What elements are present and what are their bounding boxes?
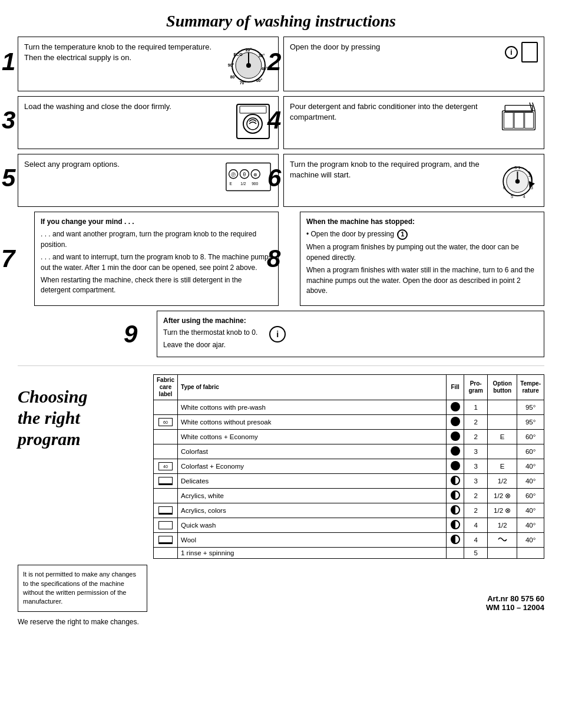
cell-temp: 40°: [517, 503, 544, 518]
cell-fill: [447, 444, 464, 459]
bottom-section: It is not permitted to make any changes …: [18, 565, 544, 612]
step-6-box: 6 Turn the program knob to the required …: [283, 154, 544, 207]
cell-care: [154, 503, 178, 518]
cell-option: [488, 415, 517, 430]
svg-point-11: [246, 63, 251, 68]
door-button-icon: i: [505, 46, 518, 59]
svg-text:3: 3: [531, 185, 533, 190]
table-header-row: Fabric care label Type of fabric Fill Pr…: [154, 375, 544, 400]
step-8-line-2: When a program finishes by pumping out t…: [306, 242, 538, 263]
detergent-drawer-icon: [500, 101, 538, 134]
cell-fill: [447, 503, 464, 518]
step-6-text: Turn the program knob to the required pr…: [290, 159, 492, 180]
cell-program: 2: [464, 503, 488, 518]
col-header-fill: Fill: [447, 375, 464, 400]
cell-temp: 60°: [517, 444, 544, 459]
step-9-spacer: [18, 311, 135, 357]
footer-text: We reserve the right to make changes.: [18, 618, 544, 626]
step-9-line-2: Leave the door ajar.: [163, 340, 257, 350]
cell-care: 60: [154, 415, 178, 430]
step-1-text: Turn the temperature knob to the require…: [24, 42, 220, 63]
cell-type: Quick wash: [178, 518, 447, 533]
steps-78-grid: 7 If you change your mind . . . . . . an…: [18, 212, 544, 306]
table-row: 1 rinse + spinning 5: [154, 548, 544, 559]
table-row: White cottons with pre-wash 1 95°: [154, 400, 544, 415]
cell-temp: 40°: [517, 533, 544, 548]
step-1-number: 1: [2, 50, 15, 74]
cell-fill: [447, 415, 464, 430]
cell-option: 1/2 ⊗: [488, 503, 517, 518]
notice-box: It is not permitted to make any changes …: [18, 565, 147, 612]
step-9-icon: i: [269, 326, 286, 342]
svg-rect-18: [514, 113, 524, 129]
cell-program: 2: [464, 489, 488, 503]
step-4-number: 4: [267, 108, 281, 133]
step-8-number: 8: [267, 246, 280, 271]
cell-option: [488, 533, 517, 548]
step-7-box: If you change your mind . . . . . . and …: [34, 212, 279, 306]
step-2-text: Open the door by pressing: [290, 42, 500, 52]
svg-text:5: 5: [511, 194, 513, 199]
cell-option: E: [488, 459, 517, 474]
table-row: 60 White cottons without presoak 2 95°: [154, 415, 544, 430]
cell-option: E: [488, 430, 517, 444]
step-4-illustration: [500, 101, 538, 134]
col-header-program: Pro-gram: [464, 375, 488, 400]
col-header-option: Option button: [488, 375, 517, 400]
cell-type: Acrylics, colors: [178, 503, 447, 518]
cell-fill: [447, 518, 464, 533]
cell-type: White cottons + Economy: [178, 430, 447, 444]
table-row: Acrylics, white 2 1/2 ⊗ 60°: [154, 489, 544, 503]
step-8-box: When the machine has stopped: • Open the…: [300, 212, 544, 306]
cell-temp: 40°: [517, 518, 544, 533]
step-9-grid: 9 After using the machine: Turn the ther…: [18, 311, 544, 357]
cell-temp: 60°: [517, 489, 544, 503]
cell-care: 40: [154, 459, 178, 474]
svg-text:20°: 20°: [246, 48, 252, 52]
cell-program: 2: [464, 430, 488, 444]
choosing-title: Choosingthe rightprogram: [18, 374, 147, 559]
table-row: Acrylics, colors 2 1/2 ⊗ 40°: [154, 503, 544, 518]
cell-temp: 40°: [517, 459, 544, 474]
step-7-wrapper: 7 If you change your mind . . . . . . an…: [18, 212, 279, 306]
svg-text:ⓟ: ⓟ: [231, 172, 236, 177]
cell-temp: 95°: [517, 400, 544, 415]
step-3-content: Load the washing and close the door firm…: [24, 101, 229, 112]
cell-care: [154, 533, 178, 548]
step-5-box: 5 Select any program options. ⓟ θ ⊗ E 1/…: [18, 154, 279, 207]
cell-fill: [447, 474, 464, 489]
step-4-box: 4 Pour detergent and fabric conditioner …: [283, 96, 544, 149]
care-label-wool: [158, 536, 173, 544]
table-row: 40 Colorfast + Economy 3 E 40°: [154, 459, 544, 474]
model-number: WM 110 – 12004: [486, 603, 544, 612]
cell-program: 3: [464, 444, 488, 459]
step-3-illustration: [234, 101, 272, 140]
step-9-wrapper: 9 After using the machine: Turn the ther…: [140, 311, 544, 357]
step-9-number: 9: [124, 320, 137, 348]
step-3-text: Load the washing and close the door firm…: [24, 101, 229, 112]
cell-program: 2: [464, 415, 488, 430]
step-7-line-3: When restarting the machine, check there…: [41, 275, 272, 296]
svg-text:⊗: ⊗: [253, 172, 257, 177]
care-label-acrylic: [158, 506, 173, 515]
step-4-text: Pour detergent and fabric conditioner in…: [290, 101, 495, 123]
cell-care: [154, 518, 178, 533]
svg-text:E: E: [230, 182, 233, 186]
table-row: Delicates 3 1/2 40°: [154, 474, 544, 489]
cell-program: 5: [464, 548, 488, 559]
cell-care: [154, 548, 178, 559]
cell-option: 1/2 ⊗: [488, 489, 517, 503]
cell-program: 4: [464, 518, 488, 533]
door-icon: [521, 42, 538, 62]
half-fill-icon: [451, 505, 460, 515]
svg-text:80°: 80°: [230, 75, 237, 79]
step-5-number: 5: [2, 166, 15, 190]
half-fill-icon: [451, 476, 460, 485]
cell-option: [488, 444, 517, 459]
cell-temp: [517, 548, 544, 559]
program-knob-icon: 5·1 2 3 4 5 6: [497, 159, 538, 200]
svg-rect-19: [525, 113, 534, 129]
col-header-type: Type of fabric: [178, 375, 447, 400]
cell-temp: 95°: [517, 415, 544, 430]
full-fill-icon: [451, 402, 460, 411]
